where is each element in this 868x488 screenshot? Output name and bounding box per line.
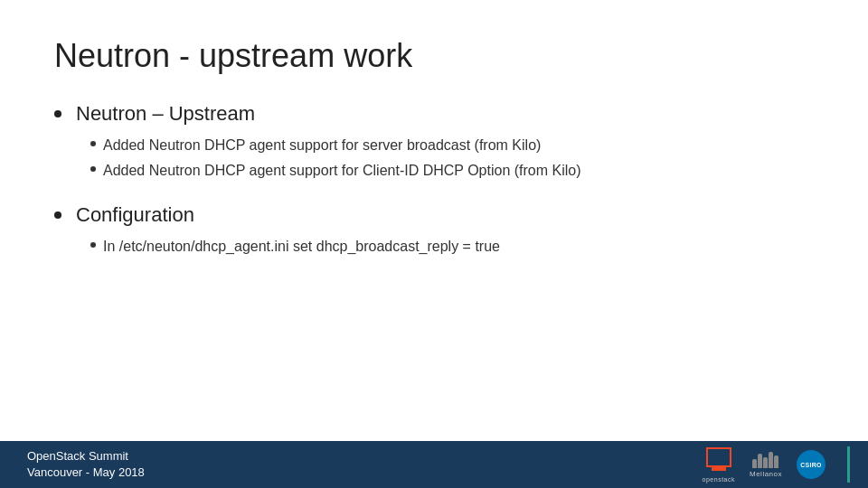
bullet-dot-2: [54, 211, 61, 219]
sub-bullet-config-1: In /etc/neuton/dhcp_agent.ini set dhcp_b…: [90, 236, 814, 258]
content-area: Neutron - upstream work Neutron – Upstre…: [0, 0, 868, 441]
sub-bullet-dot-n2: [90, 166, 96, 172]
section-heading-config-label: Configuration: [76, 203, 194, 227]
footer: OpenStack Summit Vancouver - May 2018 op…: [0, 441, 868, 488]
peak-1: [752, 459, 757, 468]
peak-4: [769, 452, 773, 468]
openstack-logo: openstack: [703, 447, 735, 483]
section-heading-config: Configuration: [54, 203, 814, 227]
openstack-logo-label: openstack: [703, 476, 735, 483]
csiro-inner-text: CSIRO: [800, 462, 822, 468]
sub-bullet-neutron-2: Added Neutron DHCP agent support for Cli…: [90, 160, 814, 182]
footer-line1: OpenStack Summit: [27, 448, 145, 465]
slide: Neutron - upstream work Neutron – Upstre…: [0, 0, 868, 488]
csiro-logo: CSIRO: [797, 450, 826, 479]
peak-3: [763, 457, 768, 468]
sub-bullet-dot-n1: [90, 141, 96, 146]
bullet-dot-1: [54, 110, 61, 117]
sub-bullets-config: In /etc/neuton/dhcp_agent.ini set dhcp_b…: [90, 236, 814, 258]
sub-bullet-neutron-1: Added Neutron DHCP agent support for ser…: [90, 135, 814, 156]
section-configuration: Configuration In /etc/neuton/dhcp_agent.…: [54, 203, 814, 258]
slide-title: Neutron - upstream work: [54, 36, 814, 75]
openstack-logo-square: [706, 447, 731, 467]
footer-line2: Vancouver - May 2018: [27, 465, 145, 481]
csiro-circle: CSIRO: [797, 450, 826, 479]
sub-bullet-neutron-1-text: Added Neutron DHCP agent support for ser…: [103, 135, 541, 156]
sub-bullet-neutron-2-text: Added Neutron DHCP agent support for Cli…: [103, 160, 581, 182]
footer-logos: openstack Mellanox CSIRO: [703, 446, 850, 483]
footer-right-divider: [847, 446, 850, 483]
footer-text: OpenStack Summit Vancouver - May 2018: [27, 448, 145, 481]
section-heading-neutron-label: Neutron – Upstream: [76, 102, 255, 126]
mellanox-logo: Mellanox: [750, 452, 782, 478]
section-heading-neutron: Neutron – Upstream: [54, 102, 814, 126]
peak-2: [758, 454, 762, 468]
mellanox-peaks: [752, 452, 778, 468]
sub-bullet-config-1-text: In /etc/neuton/dhcp_agent.ini set dhcp_b…: [103, 236, 500, 258]
section-neutron-upstream: Neutron – Upstream Added Neutron DHCP ag…: [54, 102, 814, 182]
sub-bullets-neutron: Added Neutron DHCP agent support for ser…: [90, 135, 814, 182]
mellanox-logo-label: Mellanox: [750, 470, 782, 478]
sub-bullet-dot-c1: [90, 242, 96, 248]
peak-5: [774, 455, 778, 468]
